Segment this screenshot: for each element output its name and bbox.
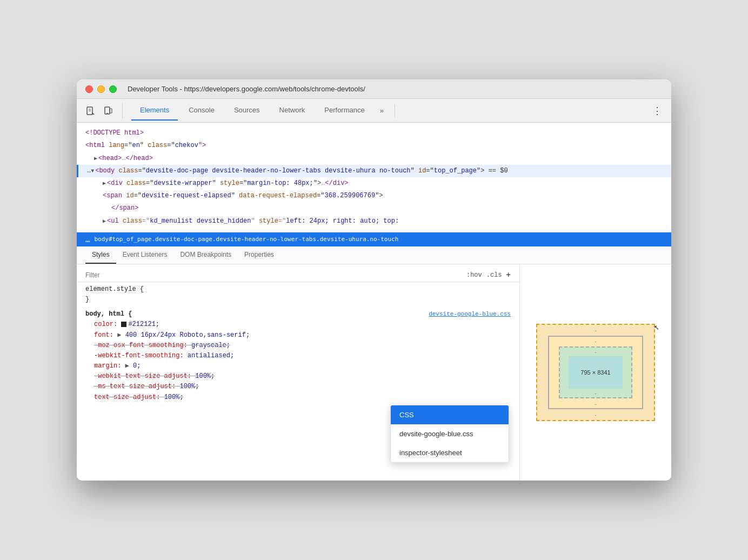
dropdown-item-devsite[interactable]: devsite-google-blue.css [391,424,509,443]
tab-elements[interactable]: Elements [131,101,178,121]
css-dropdown: CSS devsite-google-blue.css inspector-st… [390,405,509,463]
margin-top-dash: - [595,327,597,334]
inspect-icon[interactable] [83,103,98,118]
margin-layer: 795 × 8341 - - - - - - [536,324,655,421]
border-top-dash: - [595,338,597,344]
padding-layer: 795 × 8341 - - [559,346,632,398]
prop-color: color: #212121; [94,319,511,330]
dom-line-html[interactable]: <html lang="en" class="chekov"> [77,139,671,152]
minimize-button[interactable] [97,85,105,93]
tab-sources[interactable]: Sources [225,101,269,121]
element-style-close: } [85,295,511,305]
padding-bottom-dash: - [595,390,597,396]
menu-button[interactable]: ⋮ [650,103,665,118]
maximize-button[interactable] [109,85,117,93]
prop-ms-text-adjust: -ms-text-size-adjust: 100%; [94,382,511,392]
prop-text-adjust: text-size-adjust: 100%; [94,392,511,403]
hov-btn[interactable]: :hov [466,271,482,279]
dropdown-item-css[interactable]: CSS [391,405,509,424]
traffic-lights [85,85,117,93]
styles-panel: :hov .cls + element.style { } body, html… [77,264,671,481]
content-layer: 795 × 8341 [569,356,623,389]
styles-tab-properties[interactable]: Properties [238,246,280,264]
cursor-indicator: ↖ [654,322,659,332]
tab-network[interactable]: Network [271,101,314,121]
prop-moz-smoothing: -moz-osx-font-smoothing: grayscale; [94,341,511,351]
styles-tabs: Styles Event Listeners DOM Breakpoints P… [77,246,671,264]
body-html-style-block: body, html { devsite-google-blue.css col… [77,307,519,405]
element-style-block: element.style { } [77,282,519,307]
dom-line-doctype[interactable]: <!DOCTYPE html> [77,127,671,139]
add-style-btn[interactable]: + [506,271,511,279]
prop-webkit-smoothing: -webkit-font-smoothing: antialiased; [94,351,511,361]
styles-tab-styles[interactable]: Styles [85,246,116,264]
toolbar: Elements Console Sources Network Perform… [77,99,671,123]
border-bottom-dash: - [595,401,597,407]
body-html-selector: body, html { [85,309,132,319]
style-source-link[interactable]: devsite-google-blue.css [429,310,511,319]
tab-performance[interactable]: Performance [316,101,373,121]
devtools-window: Developer Tools - https://developers.goo… [77,79,671,481]
tab-console[interactable]: Console [180,101,223,121]
styles-left: :hov .cls + element.style { } body, html… [77,264,520,481]
toolbar-icons [83,103,123,118]
toolbar-separator [395,104,395,117]
dom-line-body[interactable]: …▼<body class="devsite-doc-page devsite-… [77,165,671,177]
device-toggle-icon[interactable] [101,103,116,118]
cls-btn[interactable]: .cls [486,271,502,279]
close-button[interactable] [85,85,93,93]
dom-line-ul[interactable]: ▶<ul class="kd_menulist devsite_hidden" … [77,215,671,228]
dom-line-span-close[interactable]: </span> [77,202,671,215]
border-layer: 795 × 8341 - - - - [548,336,643,409]
styles-tab-event-listeners[interactable]: Event Listeners [116,246,174,264]
box-model-panel: 795 × 8341 - - - - - - [520,264,671,481]
window-title: Developer Tools - https://developers.goo… [128,85,365,93]
dom-panel: <!DOCTYPE html> <html lang="en" class="c… [77,123,671,232]
prop-webkit-text-adjust: -webkit-text-size-adjust: 100%; [94,371,511,382]
filter-bar: :hov .cls + [77,269,519,282]
dom-line-span-elapsed[interactable]: <span id="devsite-request-elapsed" data-… [77,190,671,202]
dropdown-item-inspector[interactable]: inspector-stylesheet [391,443,509,462]
title-bar: Developer Tools - https://developers.goo… [77,79,671,99]
breadcrumb-bar: … body#top_of_page.devsite-doc-page.devs… [77,232,671,246]
svg-rect-5 [106,113,108,114]
dom-line-div-wrapper[interactable]: ▶<div class="devsite-wrapper" style="mar… [77,177,671,190]
main-content: <!DOCTYPE html> <html lang="en" class="c… [77,123,671,481]
box-dimensions: 795 × 8341 [580,369,610,376]
prop-margin: margin: ▶ 0; [94,361,511,371]
color-swatch [121,322,126,327]
prop-font: font: ▶ 400 16px/24px Roboto,sans-serif; [94,330,511,341]
filter-input[interactable] [85,271,462,279]
tab-more[interactable]: » [376,101,388,120]
breadcrumb-text[interactable]: body#top_of_page.devsite-doc-page.devsit… [94,236,398,243]
padding-top-dash: - [595,349,597,355]
margin-bottom-dash: - [595,411,597,418]
svg-marker-3 [92,112,95,115]
element-style-selector: element.style { [85,284,511,295]
styles-tab-dom-breakpoints[interactable]: DOM Breakpoints [173,246,238,264]
dom-line-head[interactable]: ▶<head>…</head> [77,152,671,165]
